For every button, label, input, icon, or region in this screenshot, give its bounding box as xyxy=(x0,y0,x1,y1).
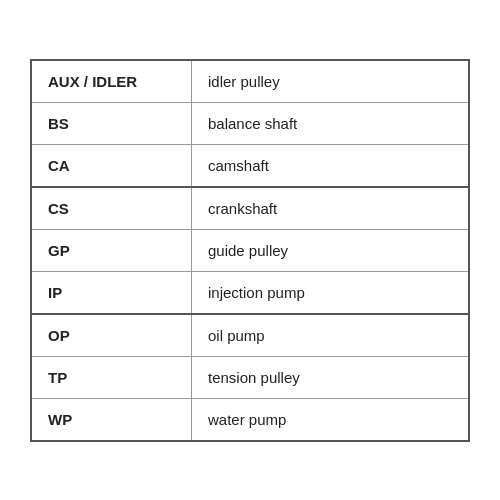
description-cell: camshaft xyxy=(192,145,468,186)
description-cell: injection pump xyxy=(192,272,468,313)
abbreviation-table: AUX / IDLERidler pulleyBSbalance shaftCA… xyxy=(30,59,470,442)
description-cell: crankshaft xyxy=(192,188,468,229)
table-row: GPguide pulley xyxy=(32,230,468,272)
abbreviation-cell: GP xyxy=(32,230,192,271)
table-row: CScrankshaft xyxy=(32,188,468,230)
table-row: OPoil pump xyxy=(32,315,468,357)
abbreviation-cell: OP xyxy=(32,315,192,356)
table-row: WPwater pump xyxy=(32,399,468,440)
abbreviation-cell: BS xyxy=(32,103,192,144)
description-cell: balance shaft xyxy=(192,103,468,144)
table-row: AUX / IDLERidler pulley xyxy=(32,61,468,103)
abbreviation-cell: CS xyxy=(32,188,192,229)
table-row: BSbalance shaft xyxy=(32,103,468,145)
description-cell: water pump xyxy=(192,399,468,440)
description-cell: tension pulley xyxy=(192,357,468,398)
description-cell: oil pump xyxy=(192,315,468,356)
abbreviation-cell: AUX / IDLER xyxy=(32,61,192,102)
table-row: IPinjection pump xyxy=(32,272,468,315)
table-row: CAcamshaft xyxy=(32,145,468,188)
abbreviation-cell: IP xyxy=(32,272,192,313)
description-cell: idler pulley xyxy=(192,61,468,102)
description-cell: guide pulley xyxy=(192,230,468,271)
abbreviation-cell: WP xyxy=(32,399,192,440)
abbreviation-cell: CA xyxy=(32,145,192,186)
table-row: TPtension pulley xyxy=(32,357,468,399)
abbreviation-cell: TP xyxy=(32,357,192,398)
